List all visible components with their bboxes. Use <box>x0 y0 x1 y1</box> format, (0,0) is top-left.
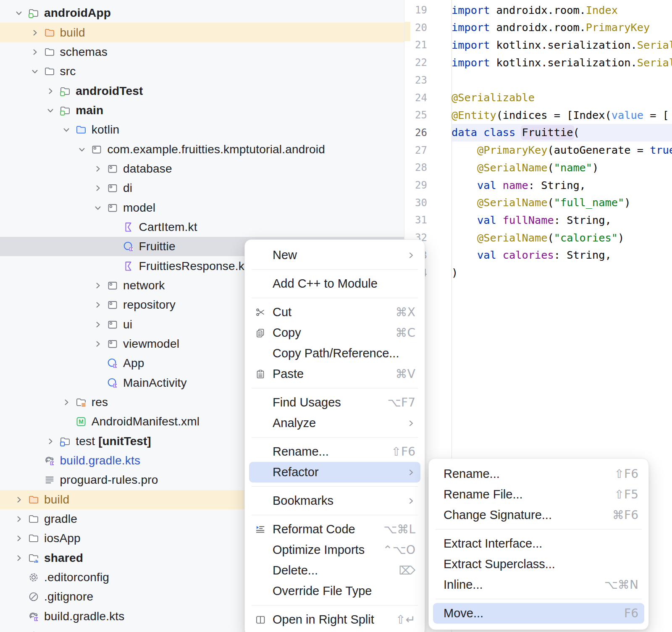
context-menu-item-rename[interactable]: Rename...⇧F6 <box>249 441 420 462</box>
tree-item-androidtest[interactable]: androidTest <box>0 81 404 100</box>
line-number: 27 <box>404 144 452 156</box>
chevron-spacer <box>29 454 41 467</box>
folder-icon <box>44 66 55 77</box>
context-menu-item-new[interactable]: New <box>249 245 420 265</box>
context-menu-item-analyze[interactable]: Analyze <box>249 413 420 433</box>
line-number: 24 <box>404 92 452 104</box>
chevron-spacer <box>108 221 120 233</box>
chevron-right-icon[interactable] <box>92 299 104 311</box>
menu-item-shortcut: ⌥⌘N <box>604 578 638 592</box>
chevron-down-icon[interactable] <box>29 65 41 78</box>
tree-item-androidapp[interactable]: androidApp <box>0 3 404 23</box>
menu-item-shortcut: ⌃⌥O <box>383 543 415 557</box>
context-menu-item-cut[interactable]: Cut⌘X <box>249 302 420 323</box>
tree-item-com-example-fruitties-kmptutorial-android[interactable]: com.example.fruitties.kmptutorial.androi… <box>0 139 404 159</box>
folder-icon <box>28 513 39 525</box>
tree-item-label: ui <box>123 318 132 331</box>
code-text: val fullName: String, <box>452 214 612 226</box>
chevron-right-icon[interactable] <box>92 338 104 350</box>
chevron-spacer <box>108 240 120 253</box>
tree-item-suffix: [unitTest] <box>98 435 151 448</box>
module-folder-icon <box>28 7 39 19</box>
refactor-submenu-item-extract-superclass[interactable]: Extract Superclass... <box>433 554 644 574</box>
context-menu-item-find-usages[interactable]: Find Usages⌥F7 <box>249 392 420 413</box>
code-text: import androidx.room.PrimaryKey <box>452 21 650 34</box>
tree-item-src[interactable]: src <box>0 62 404 81</box>
context-menu-item-open-in-right-split[interactable]: Open in Right Split⇧↵ <box>249 609 420 630</box>
chevron-right-icon[interactable] <box>44 85 57 97</box>
package-icon <box>107 299 118 311</box>
chevron-right-icon[interactable] <box>13 513 25 525</box>
refactor-submenu-item-extract-interface[interactable]: Extract Interface... <box>433 533 644 554</box>
build-folder-icon <box>28 494 39 506</box>
refactor-submenu-item-rename-file[interactable]: Rename File...⇧F5 <box>433 484 644 505</box>
refactor-submenu-item-inline[interactable]: Inline...⌥⌘N <box>433 574 644 595</box>
menu-item-shortcut: ⌥⌘L <box>383 522 415 536</box>
chevron-right-icon[interactable] <box>92 318 104 331</box>
tree-item-model[interactable]: model <box>0 198 404 217</box>
chevron-right-icon[interactable] <box>29 46 41 58</box>
tree-item-di[interactable]: di <box>0 178 404 198</box>
chevron-right-icon[interactable] <box>29 26 41 39</box>
context-menu-item-bookmarks[interactable]: Bookmarks <box>249 490 420 511</box>
chevron-right-icon[interactable] <box>92 182 104 194</box>
kotlin-folder-icon <box>75 124 87 136</box>
kotlin-class-icon <box>107 357 118 369</box>
menu-item-label: Find Usages <box>273 396 341 409</box>
tree-item-main[interactable]: main <box>0 101 404 120</box>
context-menu-item-delete[interactable]: Delete...⌦ <box>249 560 420 581</box>
chevron-down-icon[interactable] <box>60 123 73 136</box>
chevron-right-icon[interactable] <box>13 532 25 545</box>
tree-item-schemas[interactable]: schemas <box>0 42 404 62</box>
shared-folder-icon <box>28 552 39 564</box>
chevron-right-icon[interactable] <box>13 493 25 506</box>
menu-item-label: Add C++ to Module <box>273 277 378 291</box>
chevron-spacer <box>13 629 25 632</box>
tree-item-database[interactable]: database <box>0 159 404 178</box>
chevron-down-icon[interactable] <box>44 104 57 117</box>
split-icon <box>255 614 266 625</box>
menu-item-label: Optimize Imports <box>273 543 365 557</box>
code-text: ) <box>452 267 458 279</box>
tree-item-label: main <box>76 104 103 117</box>
chevron-down-icon[interactable] <box>92 202 104 214</box>
context-menu-item-add-c-to-module[interactable]: Add C++ to Module <box>249 273 420 294</box>
line-number: 28 <box>404 162 452 173</box>
context-menu-item-paste[interactable]: Paste⌘V <box>249 364 420 384</box>
menu-item-label: Open in Right Split <box>273 613 374 627</box>
chevron-right-icon[interactable] <box>60 396 73 409</box>
menu-divider <box>252 605 418 606</box>
chevron-right-icon[interactable] <box>92 163 104 175</box>
code-line-28: 28 @SerialName("name") <box>404 159 672 177</box>
submenu-arrow-icon <box>407 468 415 477</box>
menu-item-label: Bookmarks <box>273 494 333 508</box>
context-menu-item-copy-path-reference[interactable]: Copy Path/Reference... <box>249 343 420 364</box>
context-menu-item-copy[interactable]: Copy⌘C <box>249 323 420 343</box>
chevron-down-icon[interactable] <box>13 7 25 19</box>
tree-item-label: model <box>123 201 155 215</box>
context-menu-item-override-file-type[interactable]: Override File Type <box>249 581 420 601</box>
tree-item-label: di <box>123 181 132 195</box>
tree-item-kotlin[interactable]: kotlin <box>0 120 404 139</box>
chevron-spacer <box>29 474 41 486</box>
refactor-submenu-item-move[interactable]: Move...F6 <box>433 603 644 624</box>
menu-item-shortcut: ⌘V <box>396 367 415 381</box>
chevron-right-icon[interactable] <box>92 279 104 292</box>
tree-item-label: network <box>123 279 165 292</box>
package-icon <box>107 319 118 330</box>
tree-item-build[interactable]: build <box>0 23 404 42</box>
context-menu-item-reformat-code[interactable]: Reformat Code⌥⌘L <box>249 519 420 540</box>
build-folder-icon <box>44 27 55 39</box>
chevron-down-icon[interactable] <box>76 143 88 156</box>
chevron-right-icon[interactable] <box>13 552 25 564</box>
chevron-right-icon[interactable] <box>44 435 57 448</box>
tree-item-cartitem-kt[interactable]: CartItem.kt <box>0 218 404 237</box>
context-menu-item-refactor[interactable]: Refactor <box>249 462 420 483</box>
context-menu-item-optimize-imports[interactable]: Optimize Imports⌃⌥O <box>249 540 420 560</box>
code-text: import androidx.room.Index <box>452 4 618 16</box>
tree-item-label: Fruittie <box>139 240 176 253</box>
refactor-submenu-item-change-signature[interactable]: Change Signature...⌘F6 <box>433 505 644 525</box>
tree-item-label: repository <box>123 298 176 312</box>
refactor-submenu-item-rename[interactable]: Rename...⇧F6 <box>433 464 644 484</box>
package-icon <box>91 144 102 155</box>
